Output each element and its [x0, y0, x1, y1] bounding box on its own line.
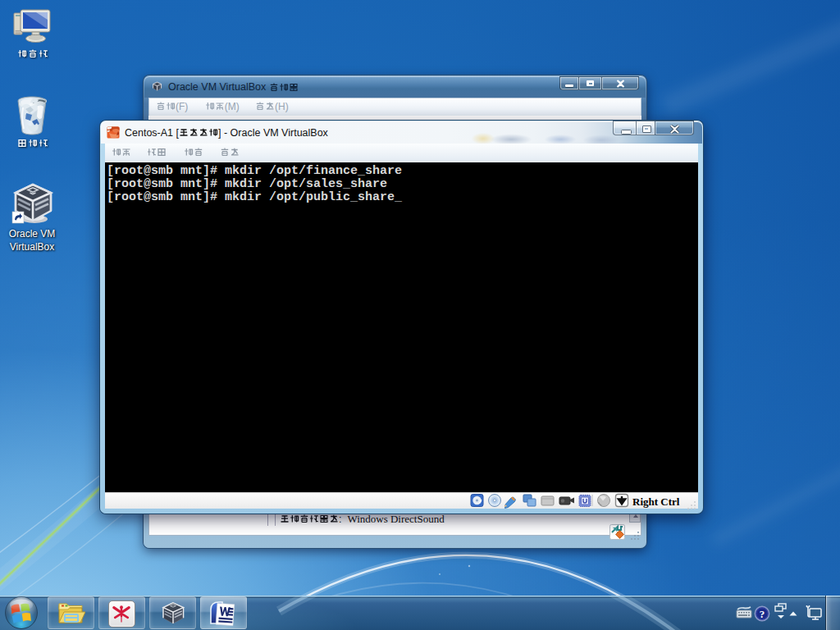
svg-text:?: ? [760, 608, 765, 620]
